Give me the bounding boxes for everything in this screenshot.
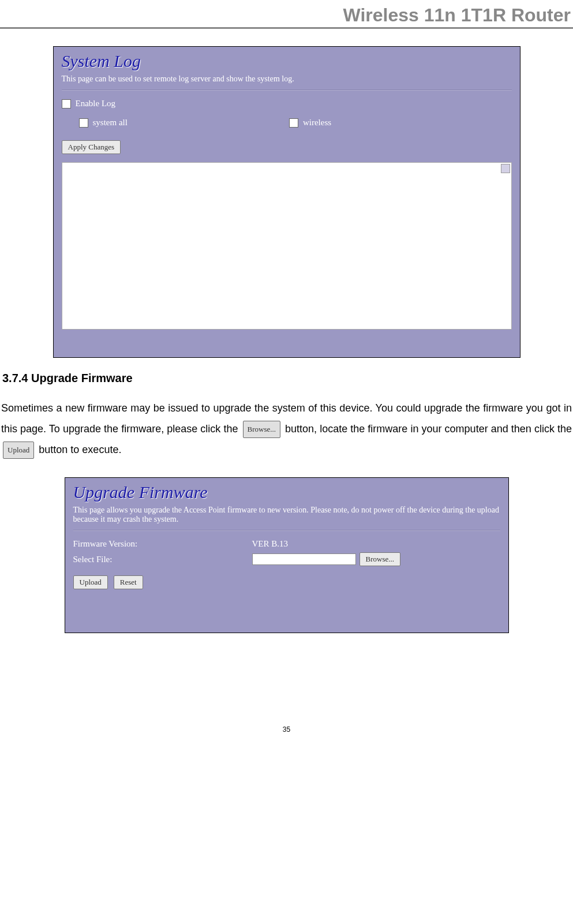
firmware-version-label: Firmware Version: bbox=[73, 539, 252, 549]
document-header-title: Wireless 11n 1T1R Router bbox=[0, 5, 573, 26]
section-title: Upgrade Firmware bbox=[31, 372, 133, 384]
scrollbar-up-icon[interactable] bbox=[501, 164, 510, 173]
system-all-row: system all bbox=[79, 118, 128, 128]
browse-inline-button: Browse... bbox=[243, 421, 280, 438]
browse-button[interactable]: Browse... bbox=[359, 552, 400, 566]
file-path-input[interactable] bbox=[252, 553, 356, 565]
enable-log-checkbox[interactable] bbox=[62, 99, 71, 109]
sub-checkbox-row: system all wireless bbox=[79, 113, 512, 132]
log-textarea[interactable] bbox=[62, 162, 512, 330]
page-number: 35 bbox=[0, 725, 573, 739]
system-log-description: This page can be used to set remote log … bbox=[62, 74, 512, 84]
wireless-row: wireless bbox=[289, 118, 331, 128]
system-log-panel: System Log This page can be used to set … bbox=[53, 46, 520, 358]
apply-changes-button[interactable]: Apply Changes bbox=[62, 140, 121, 154]
select-file-label: Select File: bbox=[73, 555, 252, 564]
firmware-version-value: VER B.13 bbox=[252, 539, 289, 549]
section-body: Sometimes a new firmware may be issued t… bbox=[1, 398, 572, 460]
enable-log-row: Enable Log bbox=[62, 99, 512, 109]
section-number: 3.7.4 bbox=[2, 372, 28, 384]
upload-button[interactable]: Upload bbox=[73, 575, 108, 589]
reset-button[interactable]: Reset bbox=[114, 575, 143, 589]
upload-inline-button: Upload bbox=[3, 442, 34, 459]
system-all-label: system all bbox=[93, 118, 128, 128]
wireless-checkbox[interactable] bbox=[289, 118, 298, 128]
wireless-label: wireless bbox=[303, 118, 331, 128]
body-part2: button, locate the firmware in your comp… bbox=[285, 423, 572, 435]
upgrade-firmware-panel: Upgrade Firmware This page allows you up… bbox=[65, 477, 509, 633]
divider2 bbox=[73, 530, 500, 531]
upgrade-firmware-title: Upgrade Firmware bbox=[73, 482, 500, 502]
system-all-checkbox[interactable] bbox=[79, 118, 88, 128]
select-file-row: Select File: Browse... bbox=[73, 552, 500, 566]
enable-log-label: Enable Log bbox=[76, 99, 116, 109]
firmware-version-row: Firmware Version: VER B.13 bbox=[73, 539, 500, 549]
divider bbox=[62, 89, 512, 91]
body-part3: button to execute. bbox=[39, 444, 121, 455]
header-rule: Wireless 11n 1T1R Router bbox=[0, 5, 573, 29]
section-heading: 3.7.4 Upgrade Firmware bbox=[2, 372, 573, 385]
system-log-title: System Log bbox=[62, 51, 512, 71]
button-row: Upload Reset bbox=[73, 575, 500, 589]
upgrade-firmware-description: This page allows you upgrade the Access … bbox=[73, 506, 500, 524]
